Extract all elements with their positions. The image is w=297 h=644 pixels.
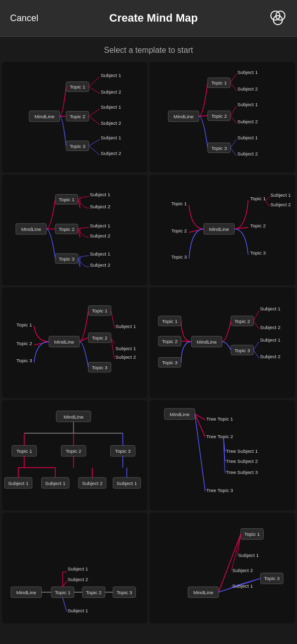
template-card-5[interactable]: MindLine Topic 1 Topic 2 Topic 3 Topic 1… xyxy=(2,287,147,398)
template-card-10[interactable]: MindLine Topic 1 Topic 3 Subject 1 Subje… xyxy=(150,513,295,623)
svg-text:Subject 1: Subject 1 xyxy=(101,135,121,140)
svg-text:Topic 2: Topic 2 xyxy=(162,339,178,344)
cancel-button[interactable]: Cancel xyxy=(10,13,38,24)
svg-text:Tree Subject 1: Tree Subject 1 xyxy=(226,448,258,454)
svg-text:Topic 2: Topic 2 xyxy=(17,341,32,346)
svg-text:Topic 1: Topic 1 xyxy=(162,318,178,324)
template-subtitle: Select a template to start xyxy=(0,37,297,60)
svg-text:MindLine: MindLine xyxy=(209,226,229,232)
svg-text:Topic 2: Topic 2 xyxy=(250,223,266,228)
svg-text:Subject 2: Subject 2 xyxy=(270,202,291,207)
svg-text:Subject 1: Subject 1 xyxy=(45,480,65,486)
svg-text:MindLine: MindLine xyxy=(174,114,194,119)
svg-text:Subject 2: Subject 2 xyxy=(90,262,110,268)
svg-text:Subject 1: Subject 1 xyxy=(67,608,88,613)
svg-text:MindLine: MindLine xyxy=(63,414,84,420)
svg-text:Topic 1: Topic 1 xyxy=(55,590,70,595)
svg-text:Topic 3: Topic 3 xyxy=(17,358,33,363)
svg-text:Subject 2: Subject 2 xyxy=(115,354,136,360)
svg-text:Topic 3: Topic 3 xyxy=(171,254,187,260)
svg-text:Subject 2: Subject 2 xyxy=(260,325,280,330)
svg-text:Subject 1: Subject 1 xyxy=(238,552,259,558)
svg-text:Subject 2: Subject 2 xyxy=(233,568,253,573)
svg-text:Topic 3: Topic 3 xyxy=(162,360,178,365)
svg-line-143 xyxy=(62,581,66,587)
circles-icon xyxy=(269,9,287,27)
svg-text:Subject 1: Subject 1 xyxy=(270,192,291,198)
svg-text:Subject 1: Subject 1 xyxy=(237,102,258,107)
svg-text:Topic 1: Topic 1 xyxy=(244,531,260,537)
svg-text:Subject 2: Subject 2 xyxy=(237,86,258,92)
svg-text:MindLine: MindLine xyxy=(16,590,36,595)
svg-text:Topic 3: Topic 3 xyxy=(211,145,228,151)
svg-text:Tree Topic 3: Tree Topic 3 xyxy=(206,488,234,493)
svg-text:Topic 3: Topic 3 xyxy=(69,143,86,149)
svg-text:Subject 2: Subject 2 xyxy=(101,150,121,156)
svg-text:Topic 3: Topic 3 xyxy=(59,256,75,262)
svg-text:Subject 2: Subject 2 xyxy=(67,577,88,582)
svg-text:Topic 1: Topic 1 xyxy=(17,448,32,454)
svg-text:Subject 1: Subject 1 xyxy=(260,337,280,343)
template-card-8[interactable]: MindLine Tree Topic 1 Tree Topic 2 Tree … xyxy=(150,400,295,511)
template-card-2[interactable]: MindLine Topic 1 Topic 2 Topic 3 Subject… xyxy=(150,62,295,173)
template-card-3[interactable]: MindLine Topic 1 Topic 2 Topic 3 Subject… xyxy=(2,175,147,285)
svg-text:Subject 2: Subject 2 xyxy=(82,480,103,486)
svg-text:Topic 3: Topic 3 xyxy=(264,576,280,581)
page-title: Create Mind Map xyxy=(109,12,198,25)
svg-text:MindLine: MindLine xyxy=(21,226,41,232)
svg-text:Subject 1: Subject 1 xyxy=(90,251,110,257)
svg-text:Subject 1: Subject 1 xyxy=(8,480,29,486)
svg-text:MindLine: MindLine xyxy=(54,339,75,345)
svg-text:Topic 1: Topic 1 xyxy=(92,308,107,313)
template-card-1[interactable]: MindLine Topic 1 Topic 2 Topic 3 Subject… xyxy=(2,62,147,173)
svg-text:Subject 1: Subject 1 xyxy=(115,324,136,329)
svg-text:Subject 1: Subject 1 xyxy=(101,104,121,110)
svg-text:Subject 1: Subject 1 xyxy=(101,72,121,78)
svg-text:Subject 1: Subject 1 xyxy=(116,480,137,486)
svg-text:Tree Subject 3: Tree Subject 3 xyxy=(226,469,258,475)
template-grid: MindLine Topic 1 Topic 2 Topic 3 Subject… xyxy=(0,60,297,625)
svg-text:Subject 1: Subject 1 xyxy=(67,566,88,572)
svg-text:MindLine: MindLine xyxy=(197,339,217,345)
svg-text:Subject 2: Subject 2 xyxy=(101,120,121,126)
svg-text:Subject 2: Subject 2 xyxy=(90,204,110,209)
svg-text:Topic 1: Topic 1 xyxy=(211,80,227,86)
svg-text:Topic 2: Topic 2 xyxy=(69,114,85,119)
svg-text:Topic 3: Topic 3 xyxy=(92,365,108,370)
svg-text:Tree Topic 2: Tree Topic 2 xyxy=(206,434,233,439)
svg-text:Subject 1: Subject 1 xyxy=(90,223,110,228)
svg-text:Topic 1: Topic 1 xyxy=(59,197,75,202)
svg-text:MindLine: MindLine xyxy=(34,114,54,119)
template-card-6[interactable]: MindLine Topic 1 Topic 2 Topic 3 Topic 2… xyxy=(150,287,295,398)
svg-text:Topic 1: Topic 1 xyxy=(17,322,32,328)
svg-text:Subject 2: Subject 2 xyxy=(237,151,258,156)
template-card-7[interactable]: MindLine Topic 1 Topic 2 Topic 3 Subject… xyxy=(2,400,147,511)
svg-line-145 xyxy=(62,598,66,611)
template-card-9[interactable]: MindLine Topic 1 Topic 2 Topic 3 Subject… xyxy=(2,513,147,623)
svg-text:Subject 1: Subject 1 xyxy=(237,135,258,140)
svg-text:Subject 2: Subject 2 xyxy=(101,89,121,95)
svg-text:Topic 2: Topic 2 xyxy=(86,590,102,595)
svg-text:Topic 2: Topic 2 xyxy=(66,448,82,454)
svg-text:Topic 2: Topic 2 xyxy=(211,113,227,119)
svg-text:Subject 2: Subject 2 xyxy=(90,233,110,238)
svg-text:Topic 2: Topic 2 xyxy=(171,228,187,233)
svg-text:Subject 1: Subject 1 xyxy=(233,583,253,589)
svg-text:Topic 3: Topic 3 xyxy=(116,590,132,595)
svg-text:Topic 2: Topic 2 xyxy=(92,335,107,341)
svg-text:MindLine: MindLine xyxy=(193,590,213,595)
svg-text:Topic 3: Topic 3 xyxy=(115,448,131,454)
svg-text:Subject 1: Subject 1 xyxy=(237,69,258,75)
svg-text:Topic 1: Topic 1 xyxy=(69,84,85,90)
svg-text:Tree Topic 1: Tree Topic 1 xyxy=(206,416,233,422)
svg-text:Topic 3: Topic 3 xyxy=(235,348,251,353)
template-card-4[interactable]: MindLine Topic 1 Topic 2 Topic 3 Topic 1… xyxy=(150,175,295,285)
svg-text:Topic 1: Topic 1 xyxy=(250,196,266,201)
svg-text:Topic 2: Topic 2 xyxy=(235,318,250,324)
svg-text:Tree Subject 2: Tree Subject 2 xyxy=(226,458,258,464)
svg-text:Topic 1: Topic 1 xyxy=(171,201,187,206)
svg-text:Subject 1: Subject 1 xyxy=(115,346,136,351)
svg-text:Subject 1: Subject 1 xyxy=(260,306,280,311)
svg-text:Subject 2: Subject 2 xyxy=(260,354,280,359)
svg-text:MindLine: MindLine xyxy=(170,412,190,417)
